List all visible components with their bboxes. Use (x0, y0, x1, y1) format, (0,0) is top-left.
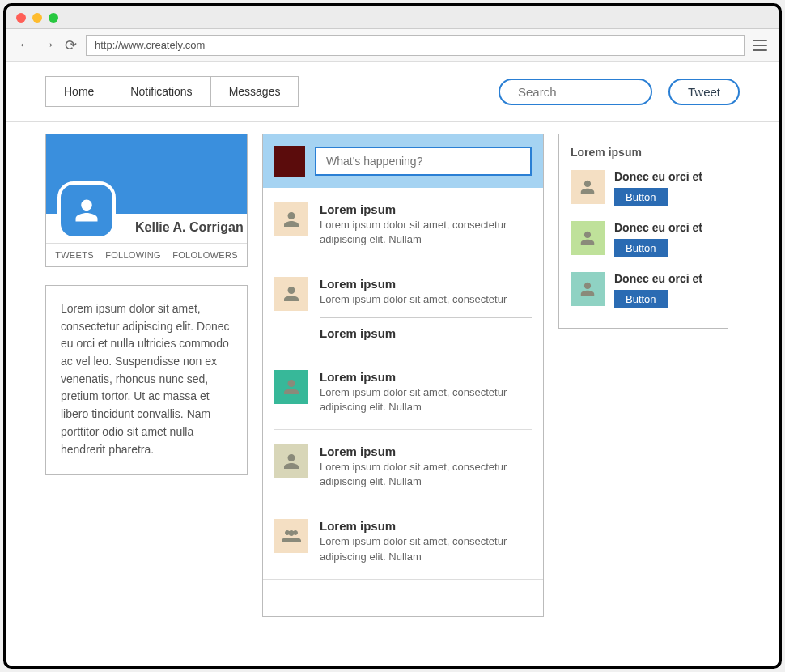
compose-area (263, 134, 543, 188)
profile-avatar[interactable] (57, 181, 116, 240)
nav-tabs: Home Notifications Messages (45, 76, 299, 107)
feed-item[interactable]: Lorem ipsum Lorem ipsum dolor sit amet, … (274, 262, 532, 355)
stat-following[interactable]: FOLLOWING (105, 250, 161, 260)
profile-card: Kellie A. Corrigan TWEETS FOLLOWING FOLO… (45, 134, 248, 267)
tab-notifications[interactable]: Notifications (112, 77, 210, 106)
feed-title: Lorem ipsum (320, 444, 532, 458)
feed-item[interactable]: Lorem ipsum Lorem ipsum dolor sit amet, … (274, 430, 532, 504)
search-input[interactable] (499, 79, 652, 105)
feed-avatar (274, 277, 308, 311)
person-icon (579, 178, 596, 196)
about-card: Lorem ipsum dolor sit amet, consectetur … (45, 285, 248, 475)
profile-cover (46, 134, 247, 214)
compose-avatar (274, 146, 305, 177)
feed-subtitle: Lorem ipsum (320, 326, 532, 340)
feed-avatar (274, 202, 308, 236)
window-close-icon[interactable] (16, 13, 26, 23)
compose-input[interactable] (315, 147, 532, 176)
feed-text: Lorem ipsum dolor sit amet, consectetur … (320, 534, 532, 564)
back-icon[interactable]: ← (18, 38, 32, 53)
person-icon (579, 229, 596, 247)
person-icon (72, 196, 101, 225)
profile-stats: TWEETS FOLLOWING FOLOLOWERS (46, 243, 247, 266)
person-icon (282, 452, 301, 471)
feed-title: Lorem ipsum (320, 519, 532, 533)
suggestions-panel: Lorem ipsum Donec eu orci et Button Done… (558, 134, 728, 329)
suggestion-item: Donec eu orci et Button (571, 221, 716, 257)
suggestion-follow-button[interactable]: Button (614, 290, 668, 308)
suggestion-text: Donec eu orci et (614, 170, 716, 183)
url-input[interactable] (86, 35, 745, 56)
stat-tweets[interactable]: TWEETS (55, 250, 94, 260)
feed-avatar (274, 444, 308, 478)
feed-footer (263, 579, 543, 616)
feed-title: Lorem ipsum (320, 370, 532, 384)
suggestion-follow-button[interactable]: Button (614, 188, 668, 206)
browser-titlebar (6, 6, 779, 29)
browser-toolbar: ← → ⟳ (6, 29, 779, 62)
tweet-button[interactable]: Tweet (668, 79, 740, 105)
group-icon (282, 526, 301, 546)
suggestion-follow-button[interactable]: Button (614, 239, 668, 257)
feed-text: Lorem ipsum dolor sit amet, consectetur (320, 292, 532, 307)
feed-item[interactable]: Lorem ipsum Lorem ipsum dolor sit amet, … (274, 188, 532, 262)
person-icon (282, 377, 301, 397)
feed-avatar (274, 370, 308, 404)
feed-avatar (274, 519, 308, 553)
feed-title: Lorem ipsum (320, 277, 532, 291)
person-icon (282, 284, 301, 304)
suggestion-item: Donec eu orci et Button (571, 272, 716, 308)
suggestion-item: Donec eu orci et Button (571, 170, 716, 206)
suggestion-avatar (571, 272, 605, 306)
person-icon (282, 210, 301, 229)
suggestion-avatar (571, 221, 605, 255)
suggestion-avatar (571, 170, 605, 204)
suggestion-text: Donec eu orci et (614, 221, 716, 234)
forward-icon[interactable]: → (40, 38, 55, 53)
feed-column: Lorem ipsum Lorem ipsum dolor sit amet, … (262, 134, 544, 617)
suggestions-heading: Lorem ipsum (571, 146, 716, 159)
feed-text: Lorem ipsum dolor sit amet, consectetur … (320, 460, 532, 489)
tab-home[interactable]: Home (46, 77, 112, 106)
feed-text: Lorem ipsum dolor sit amet, consectetur … (320, 218, 532, 247)
stat-followers[interactable]: FOLOLOWERS (172, 250, 238, 260)
refresh-icon[interactable]: ⟳ (63, 38, 78, 53)
feed-item[interactable]: Lorem ipsum Lorem ipsum dolor sit amet, … (274, 355, 532, 430)
feed-text: Lorem ipsum dolor sit amet, consectetur … (320, 385, 532, 415)
feed-title: Lorem ipsum (320, 202, 532, 216)
profile-name: Kellie A. Corrigan (135, 220, 247, 243)
tab-messages[interactable]: Messages (211, 77, 299, 106)
feed-item[interactable]: Lorem ipsum Lorem ipsum dolor sit amet, … (274, 504, 532, 578)
window-maximize-icon[interactable] (49, 13, 58, 23)
suggestion-text: Donec eu orci et (614, 272, 716, 285)
window-minimize-icon[interactable] (32, 13, 42, 23)
menu-icon[interactable] (753, 38, 767, 53)
person-icon (579, 280, 596, 298)
top-nav: Home Notifications Messages Tweet (6, 62, 779, 122)
